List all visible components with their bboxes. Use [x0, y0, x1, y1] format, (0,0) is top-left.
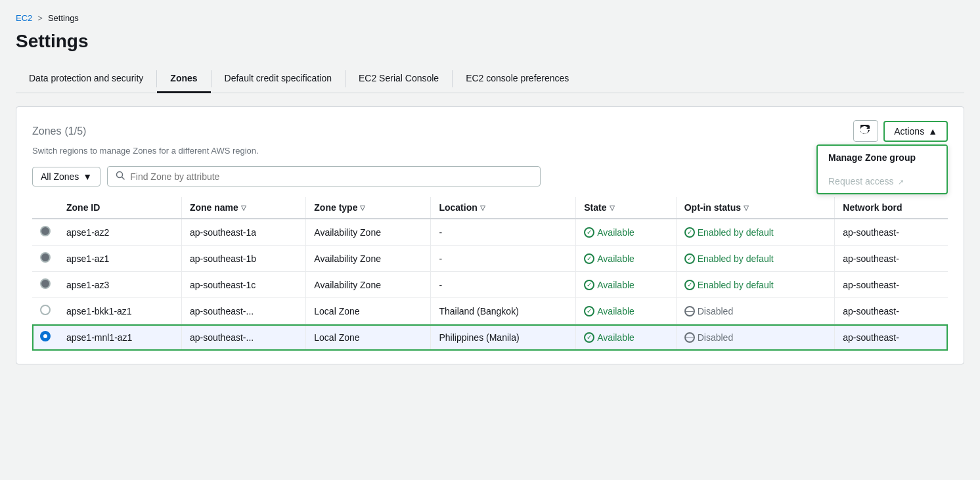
refresh-button[interactable]	[853, 120, 878, 142]
zone-name-cell: ap-southeast-1a	[181, 219, 305, 246]
panel-title-text: Zones	[32, 125, 61, 137]
tab-zones[interactable]: Zones	[157, 65, 210, 93]
select-cell[interactable]	[32, 298, 58, 324]
actions-dropdown-container: Actions ▲ Manage Zone group Request acce…	[883, 121, 948, 142]
opt-in-value: ✓ Enabled by default	[684, 280, 827, 290]
table-row[interactable]: apse1-az3 ap-southeast-1c Availability Z…	[32, 272, 948, 298]
request-access-label: Request access	[828, 176, 894, 186]
location-cell: Philippines (Manila)	[431, 324, 576, 351]
available-icon: ✓	[584, 332, 594, 343]
table-row[interactable]: apse1-az2 ap-southeast-1a Availability Z…	[32, 219, 948, 246]
radio-button[interactable]	[40, 305, 51, 315]
zone-name-cell: ap-southeast-...	[181, 324, 305, 351]
state-value: ✓ Available	[584, 306, 667, 316]
network-cell: ap-southeast-	[835, 219, 948, 246]
col-state[interactable]: State ▽	[576, 197, 676, 219]
zone-name-cell: ap-southeast-...	[181, 298, 305, 324]
available-icon: ✓	[584, 253, 594, 264]
panel-title-container: Zones (1/5)	[32, 124, 86, 138]
request-access-item[interactable]: Request access ↗	[818, 169, 947, 193]
radio-button[interactable]	[40, 278, 51, 289]
manage-zone-group-item[interactable]: Manage Zone group	[818, 146, 947, 169]
col-zone-id: Zone ID	[58, 197, 181, 219]
radio-button[interactable]	[40, 331, 51, 341]
filter-dropdown-label: All Zones	[41, 171, 79, 182]
state-cell: ✓ Available	[576, 324, 676, 351]
search-input[interactable]	[130, 171, 532, 182]
filter-dropdown-icon: ▼	[83, 171, 92, 182]
disabled-icon: —	[684, 332, 695, 343]
col-location[interactable]: Location ▽	[431, 197, 576, 219]
header-actions: Actions ▲ Manage Zone group Request acce…	[853, 120, 948, 142]
zone-filter-dropdown[interactable]: All Zones ▼	[32, 167, 100, 186]
state-cell: ✓ Available	[576, 272, 676, 298]
select-cell[interactable]	[32, 272, 58, 298]
zones-table: Zone ID Zone name ▽ Zone type ▽	[32, 197, 948, 351]
select-cell[interactable]	[32, 246, 58, 272]
panel-title: Zones (1/5)	[32, 124, 86, 137]
enabled-icon: ✓	[684, 227, 695, 238]
opt-in-value: — Disabled	[684, 306, 827, 316]
zone-name-sort-icon: ▽	[241, 204, 246, 211]
zones-panel: Zones (1/5) Actions ▲ Man	[16, 106, 964, 364]
network-cell: ap-southeast-	[835, 272, 948, 298]
tab-ec2-prefs[interactable]: EC2 console preferences	[453, 65, 582, 93]
search-icon	[116, 171, 125, 182]
disabled-icon: —	[684, 306, 695, 316]
available-icon: ✓	[584, 227, 594, 238]
state-value: ✓ Available	[584, 332, 667, 343]
enabled-icon: ✓	[684, 280, 695, 290]
actions-arrow-icon: ▲	[928, 126, 937, 137]
refresh-icon	[860, 125, 871, 135]
breadcrumb-current: Settings	[48, 13, 79, 23]
zone-type-cell: Local Zone	[306, 298, 431, 324]
table-row[interactable]: apse1-az1 ap-southeast-1b Availability Z…	[32, 246, 948, 272]
radio-button[interactable]	[40, 226, 51, 236]
zone-id-cell: apse1-bkk1-az1	[58, 298, 181, 324]
state-sort-icon: ▽	[610, 204, 615, 211]
available-icon: ✓	[584, 306, 594, 316]
location-cell: Thailand (Bangkok)	[431, 298, 576, 324]
zone-id-cell: apse1-az2	[58, 219, 181, 246]
tabs-container: Data protection and security Zones Defau…	[16, 65, 964, 93]
opt-in-cell: ✓ Enabled by default	[676, 246, 835, 272]
state-value: ✓ Available	[584, 280, 667, 290]
tab-ec2-serial[interactable]: EC2 Serial Console	[345, 65, 452, 93]
state-value: ✓ Available	[584, 253, 667, 264]
zone-type-cell: Local Zone	[306, 324, 431, 351]
zone-id-cell: apse1-mnl1-az1	[58, 324, 181, 351]
opt-in-cell: — Disabled	[676, 324, 835, 351]
opt-in-value: — Disabled	[684, 332, 827, 343]
panel-count: (1/5)	[64, 125, 86, 137]
page-title: Settings	[16, 31, 964, 52]
opt-in-sort-icon: ▽	[744, 204, 749, 211]
enabled-icon: ✓	[684, 253, 695, 264]
col-network: Network bord	[835, 197, 948, 219]
table-header-row: Zone ID Zone name ▽ Zone type ▽	[32, 197, 948, 219]
opt-in-cell: ✓ Enabled by default	[676, 219, 835, 246]
opt-in-cell: — Disabled	[676, 298, 835, 324]
select-cell[interactable]	[32, 324, 58, 351]
panel-subtitle: Switch regions to manage Zones for a dif…	[32, 146, 948, 156]
state-cell: ✓ Available	[576, 298, 676, 324]
zone-type-cell: Availability Zone	[306, 246, 431, 272]
table-row[interactable]: apse1-bkk1-az1 ap-southeast-... Local Zo…	[32, 298, 948, 324]
actions-button[interactable]: Actions ▲	[883, 121, 948, 142]
opt-in-cell: ✓ Enabled by default	[676, 272, 835, 298]
col-zone-type[interactable]: Zone type ▽	[306, 197, 431, 219]
select-cell[interactable]	[32, 219, 58, 246]
col-zone-name[interactable]: Zone name ▽	[181, 197, 305, 219]
radio-button[interactable]	[40, 252, 51, 263]
breadcrumb-ec2-link[interactable]: EC2	[16, 13, 32, 23]
table-row[interactable]: apse1-mnl1-az1 ap-southeast-... Local Zo…	[32, 324, 948, 351]
available-icon: ✓	[584, 280, 594, 290]
zone-name-cell: ap-southeast-1b	[181, 246, 305, 272]
col-opt-in[interactable]: Opt-in status ▽	[676, 197, 835, 219]
tab-data-protection[interactable]: Data protection and security	[16, 65, 156, 93]
breadcrumb: EC2 > Settings	[16, 13, 964, 23]
col-select	[32, 197, 58, 219]
zone-id-cell: apse1-az3	[58, 272, 181, 298]
tab-default-credit[interactable]: Default credit specification	[212, 65, 345, 93]
state-cell: ✓ Available	[576, 219, 676, 246]
network-cell: ap-southeast-	[835, 324, 948, 351]
